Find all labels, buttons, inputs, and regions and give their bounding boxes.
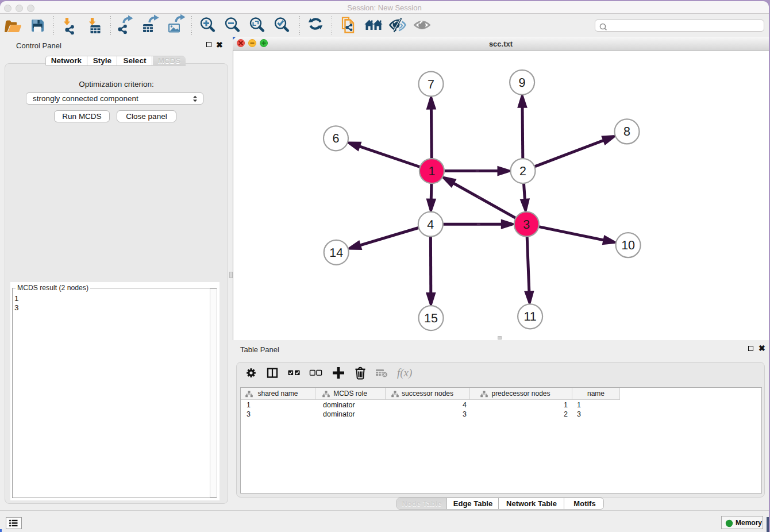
svg-text:2: 2 <box>519 164 526 178</box>
svg-text:15: 15 <box>424 311 438 325</box>
svg-text:7: 7 <box>428 78 434 91</box>
svg-text:1: 1 <box>428 164 435 178</box>
svg-text:6: 6 <box>333 132 340 145</box>
svg-text:11: 11 <box>523 310 536 323</box>
svg-text:4: 4 <box>427 218 434 232</box>
svg-text:14: 14 <box>329 246 343 260</box>
svg-text:10: 10 <box>621 238 635 252</box>
svg-text:3: 3 <box>523 218 530 232</box>
svg-text:9: 9 <box>519 76 526 90</box>
svg-text:f(x): f(x) <box>397 367 412 379</box>
svg-text:8: 8 <box>623 125 630 138</box>
